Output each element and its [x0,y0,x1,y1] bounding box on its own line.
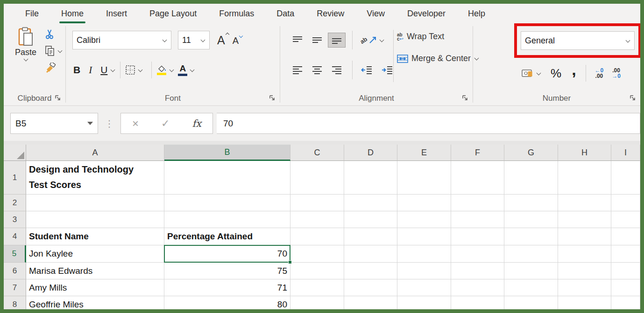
format-painter-button[interactable] [45,63,56,73]
chevron-down-icon[interactable] [162,38,167,42]
tab-data[interactable]: Data [265,5,305,22]
cell[interactable] [344,211,397,228]
decrease-indent-button[interactable] [357,63,376,77]
cell[interactable] [344,195,397,211]
cell[interactable] [451,279,504,296]
tab-developer[interactable]: Developer [396,5,457,22]
alignment-dialog-launcher-icon[interactable] [462,95,469,102]
number-format-combobox[interactable]: General [521,31,635,50]
bold-button[interactable]: B [73,64,80,76]
cell[interactable] [558,211,611,228]
italic-button[interactable]: I [89,64,92,76]
cell[interactable] [451,296,504,309]
tab-file[interactable]: File [14,5,50,22]
column-header-d[interactable]: D [344,145,397,161]
cell-b5-selected[interactable]: 70 [164,245,290,263]
decrease-font-size-button[interactable]: A [233,36,239,45]
name-box[interactable]: B5 [10,113,98,134]
align-middle-button[interactable] [308,33,326,48]
formula-input[interactable]: 70 [217,113,640,134]
tab-page-layout[interactable]: Page Layout [138,5,208,22]
insert-function-icon[interactable]: fx [192,118,201,129]
cell[interactable] [397,279,451,296]
tab-view[interactable]: View [355,5,396,22]
cell-a1[interactable]: Design and Technology Test Scores [26,161,164,195]
cell-a4[interactable]: Student Name [26,228,164,245]
chevron-down-icon[interactable] [536,71,541,76]
name-box-dropdown-icon[interactable] [87,122,93,125]
cell[interactable] [451,195,504,211]
cell[interactable] [344,228,397,245]
column-header-g[interactable]: G [504,145,558,161]
cell[interactable] [558,296,611,309]
cell-a6[interactable]: Marisa Edwards [26,263,164,279]
increase-font-size-button[interactable]: A [217,35,225,46]
cell[interactable] [451,263,504,279]
row-header-3[interactable]: 3 [4,211,26,228]
column-header-h[interactable]: H [558,145,611,161]
row-header-8[interactable]: 8 [4,296,26,309]
cell[interactable] [290,245,344,263]
merge-center-button[interactable]: Merge & Center [397,54,473,63]
cell[interactable] [504,161,558,195]
cell-a3[interactable] [26,211,164,228]
font-color-button[interactable]: A [178,64,195,76]
cell[interactable] [290,279,344,296]
cell[interactable] [611,228,640,245]
cell[interactable] [611,263,640,279]
cancel-icon[interactable]: × [132,117,139,130]
cell-b6[interactable]: 75 [164,263,290,279]
row-header-5[interactable]: 5 [4,245,26,263]
fill-color-button[interactable] [156,65,174,75]
underline-button[interactable]: U [100,64,107,76]
cell[interactable] [290,296,344,309]
row-header-2[interactable]: 2 [4,195,26,211]
cell[interactable] [611,195,640,211]
align-bottom-button[interactable] [328,33,346,48]
cell-b2[interactable] [164,195,290,211]
column-header-a[interactable]: A [26,145,164,161]
paste-button[interactable]: Paste [12,27,39,62]
cell-b7[interactable]: 71 [164,279,290,296]
cell[interactable] [558,245,611,263]
cell[interactable] [290,161,344,195]
cell[interactable] [611,211,640,228]
cell[interactable] [290,263,344,279]
increase-indent-button[interactable] [378,63,396,77]
cell[interactable] [397,296,451,309]
cell-b3[interactable] [164,211,290,228]
cell-a2[interactable] [26,195,164,211]
font-name-combobox[interactable]: Calibri [72,31,171,49]
cut-button[interactable] [45,29,54,39]
cell[interactable] [397,263,451,279]
wrap-text-button[interactable]: ab c↩ Wrap Text [397,32,473,42]
cell[interactable] [451,161,504,195]
cell[interactable] [558,195,611,211]
cell-a5[interactable]: Jon Kaylee [26,245,164,263]
cell[interactable] [611,296,640,309]
cell[interactable] [397,161,451,195]
cell[interactable] [344,279,397,296]
cell[interactable] [504,245,558,263]
cell-b8[interactable]: 80 [164,296,290,309]
fill-handle[interactable] [288,260,292,264]
decrease-decimal-button[interactable]: .00 →0 [612,68,621,79]
cell[interactable] [611,245,640,263]
cell[interactable] [558,263,611,279]
cell[interactable] [397,228,451,245]
cell[interactable] [504,263,558,279]
borders-button[interactable] [125,65,143,75]
tab-review[interactable]: Review [305,5,355,22]
cell-a7[interactable]: Amy Mills [26,279,164,296]
number-dialog-launcher-icon[interactable] [630,95,637,102]
cell[interactable] [504,211,558,228]
cell[interactable] [397,211,451,228]
copy-dropdown-icon[interactable] [57,49,63,53]
cell[interactable] [558,161,611,195]
cell[interactable] [558,279,611,296]
cell[interactable] [397,195,451,211]
cell[interactable] [611,161,640,195]
row-header-4[interactable]: 4 [4,228,26,245]
cell[interactable] [451,211,504,228]
cell[interactable] [504,296,558,309]
